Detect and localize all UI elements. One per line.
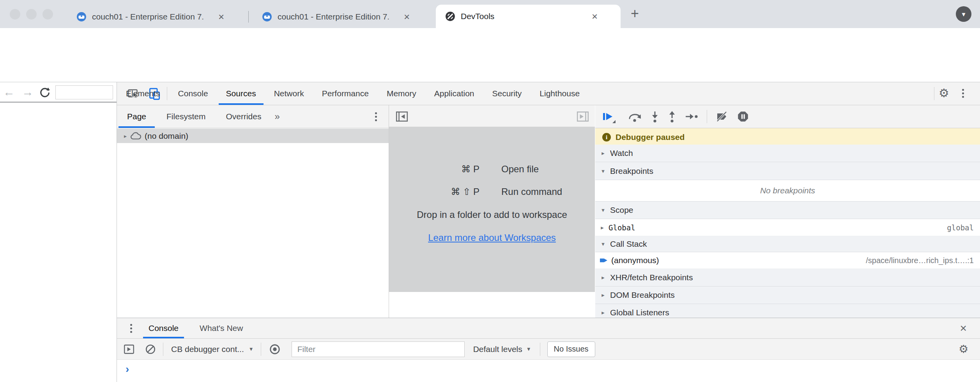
collapsed-triangle-icon[interactable]: ▸ [600,274,606,281]
tab-search-button[interactable]: ▼ [956,6,971,22]
forward-icon[interactable]: → [22,85,34,99]
bookmarks-bar: Apps aaa Other Bookmarks Reading List [0,57,980,82]
step-into-icon[interactable] [651,110,659,123]
section-breakpoints[interactable]: ▾ Breakpoints [595,162,980,180]
section-xhr-breakpoints[interactable]: ▸ XHR/fetch Breakpoints [595,269,980,286]
collapsed-triangle-icon[interactable]: ▸ [600,309,606,316]
tab-application[interactable]: Application [425,82,483,105]
tree-expand-icon[interactable]: ▸ [124,133,127,139]
editor-header [389,105,595,128]
devtools-window: Elements Console Sources Network Perform… [117,82,980,382]
cloud-icon [130,132,142,140]
scope-global-value: global [947,223,974,232]
controls-divider [707,110,707,123]
tree-item-no-domain[interactable]: ▸ (no domain) [117,129,389,143]
frame-location[interactable]: /space/linuxbre…rich_ips.t….:1 [866,256,974,265]
section-watch[interactable]: ▸ Watch [595,145,980,162]
tab-elements[interactable]: Elements [117,82,169,105]
deactivate-breakpoints-icon[interactable] [716,111,728,122]
settings-gear-icon[interactable]: ⚙ [939,86,949,100]
console-filter-input[interactable] [292,341,465,357]
screencast-navbar: ← → [0,82,117,103]
reload-icon[interactable] [39,87,51,98]
screencast-url-input[interactable] [55,85,113,99]
close-tab-icon[interactable]: × [218,12,224,22]
collapsed-triangle-icon[interactable]: ▸ [600,292,606,299]
sources-navigator-pane: Page Filesystem Overrides » ▸ (no domain… [117,105,389,318]
navigator-tab-page[interactable]: Page [117,105,156,128]
browser-tab-1[interactable]: couch01 - Enterprise Edition 7. × [69,5,239,28]
section-call-stack[interactable]: ▾ Call Stack [595,236,980,252]
collapsed-triangle-icon[interactable]: ▸ [600,224,605,231]
tab-lighthouse[interactable]: Lighthouse [531,82,589,105]
navigator-header: Page Filesystem Overrides » [117,105,389,128]
tab-title: couch01 - Enterprise Edition 7. [278,12,402,21]
back-icon[interactable]: ← [3,85,15,99]
scope-global-row[interactable]: ▸ Global global [595,219,980,236]
section-scope[interactable]: ▾ Scope [595,202,980,219]
close-tab-icon[interactable]: × [404,12,410,22]
step-out-icon[interactable] [668,110,676,123]
tab-security[interactable]: Security [483,82,531,105]
call-stack-frame-row[interactable]: (anonymous) /space/linuxbre…rich_ips.t….… [595,252,980,269]
tab-memory[interactable]: Memory [378,82,425,105]
default-levels-dropdown[interactable]: Default levels [473,345,522,354]
open-file-shortcut-label: Open file [501,164,539,175]
run-command-shortcut-label: Run command [501,186,562,197]
close-tab-icon[interactable]: × [592,11,598,21]
tab-performance[interactable]: Performance [313,82,378,105]
navigator-tab-filesystem[interactable]: Filesystem [156,105,216,128]
section-dom-breakpoints[interactable]: ▸ DOM Breakpoints [595,286,980,304]
navigator-menu-icon[interactable] [375,112,377,121]
tab-console[interactable]: Console [169,82,217,105]
console-settings-gear-icon[interactable]: ⚙ [959,343,968,355]
devtools-menu-icon[interactable] [962,89,964,98]
step-over-icon[interactable] [627,110,642,123]
toolbar-divider [261,343,261,356]
paused-info-icon: i [602,133,611,141]
drawer-tab-bar: Console What's New × [117,318,980,339]
drop-folder-hint: Drop in a folder to add to workspace [389,209,595,220]
more-tabs-icon[interactable]: » [274,111,279,122]
console-sidebar-toggle-icon[interactable] [123,344,135,355]
devtools-panel-tabs: Elements Console Sources Network Perform… [117,82,980,105]
expand-right-panel-icon[interactable] [576,110,589,123]
close-drawer-icon[interactable]: × [960,322,967,335]
workspaces-learn-more-link[interactable]: Learn more about Workspaces [389,232,595,243]
console-context-selector[interactable]: CB debugger cont... [171,345,244,354]
step-icon[interactable] [685,112,698,121]
chevron-down-icon: ▼ [249,346,254,352]
no-breakpoints-row: No breakpoints [595,180,980,202]
expanded-triangle-icon[interactable]: ▾ [600,207,606,214]
console-prompt-icon[interactable]: › [126,363,129,375]
pause-on-exceptions-icon[interactable] [737,110,749,123]
collapse-left-panel-icon[interactable] [395,110,409,123]
expanded-triangle-icon[interactable]: ▾ [600,168,606,175]
live-expression-eye-icon[interactable] [269,343,281,355]
window-close-button[interactable] [10,9,20,19]
console-drawer: Console What's New × CB debugger cont...… [117,318,980,382]
drawer-tab-console[interactable]: Console [142,318,186,338]
clear-console-icon[interactable] [145,344,156,355]
resume-script-icon[interactable] [601,111,614,122]
tab-sources[interactable]: Sources [217,82,265,105]
debugger-controls [595,105,980,128]
tab-network[interactable]: Network [265,82,313,105]
paused-status-text: Debugger paused [616,133,685,142]
navigator-tab-overrides[interactable]: Overrides [216,105,271,128]
debugger-sidebar: i Debugger paused ▸ Watch ▾ Breakpoints … [595,105,980,318]
expanded-triangle-icon[interactable]: ▾ [600,241,606,248]
editor-drop-zone: ⌘ P Open file ⌘ ⇧ P Run command Drop in … [389,127,595,292]
window-zoom-button[interactable] [42,9,53,19]
browser-tab-2[interactable]: couch01 - Enterprise Edition 7. × [254,5,425,28]
browser-tab-devtools-active[interactable]: DevTools × [436,5,621,28]
chevron-down-icon: ▼ [961,11,967,18]
no-issues-button[interactable]: No Issues [547,341,595,357]
window-minimize-button[interactable] [26,9,37,19]
long-press-indicator [612,120,616,123]
drawer-tab-whats-new[interactable]: What's New [193,318,250,338]
drawer-menu-icon[interactable] [130,324,132,333]
collapsed-triangle-icon[interactable]: ▸ [600,150,606,157]
new-tab-button[interactable]: + [631,5,639,22]
debugger-paused-banner: i Debugger paused [595,128,980,146]
